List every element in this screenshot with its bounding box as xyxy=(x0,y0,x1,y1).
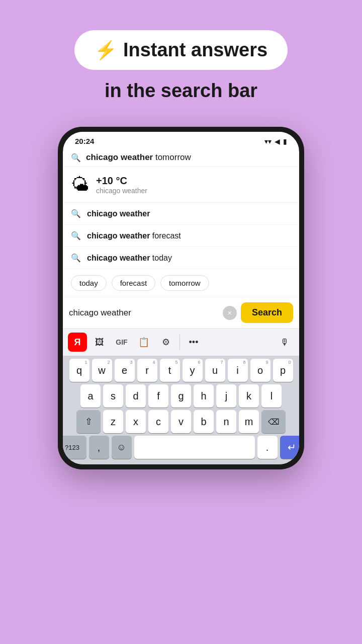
period-key[interactable]: . xyxy=(257,436,278,459)
key-d[interactable]: d xyxy=(126,384,146,408)
key-u[interactable]: 7u xyxy=(205,359,225,382)
key-q[interactable]: 1q xyxy=(69,359,89,382)
key-m[interactable]: m xyxy=(239,410,259,433)
search-input-row[interactable]: chicago weather × Search xyxy=(63,297,299,329)
numbers-switch-key[interactable]: ?123 xyxy=(63,436,86,459)
search-icon-s1: 🔍 xyxy=(71,209,81,218)
key-row-4: ?123 , ☺ . ↵ xyxy=(65,436,297,459)
key-h[interactable]: h xyxy=(194,384,214,408)
weather-result-card: 🌤 +10 °C chicago weather xyxy=(63,167,299,203)
search-icon-s2: 🔍 xyxy=(71,231,81,240)
shift-key[interactable]: ⇧ xyxy=(76,410,101,433)
wifi-icon: ▾▾ xyxy=(264,137,272,145)
chips-row: today forecast tomorrow xyxy=(63,269,299,297)
more-icon[interactable]: ••• xyxy=(184,333,203,352)
header-section: ⚡ Instant answers in the search bar xyxy=(74,0,288,102)
status-icons: ▾▾ ◀ ▮ xyxy=(264,137,287,145)
key-b[interactable]: b xyxy=(194,410,214,433)
key-f[interactable]: f xyxy=(148,384,168,408)
search-icon-s3: 🔍 xyxy=(71,253,81,263)
battery-icon: ▮ xyxy=(283,137,287,145)
key-v[interactable]: v xyxy=(171,410,191,433)
key-k[interactable]: k xyxy=(239,384,259,408)
search-bar-top[interactable]: 🔍 chicago weather tomorrow xyxy=(63,148,299,167)
status-time: 20:24 xyxy=(75,137,94,145)
status-bar: 20:24 ▾▾ ◀ ▮ xyxy=(63,132,299,148)
space-key[interactable] xyxy=(134,436,255,459)
emoji-key[interactable]: ☺ xyxy=(112,436,132,459)
key-z[interactable]: z xyxy=(103,410,123,433)
key-row-1: 1q 2w 3e 4r 5t 6y 7u 8i 9o 0p xyxy=(65,359,297,382)
instant-title: Instant answers xyxy=(123,39,267,61)
key-s[interactable]: s xyxy=(103,384,123,408)
suggestion-text-2: chicago weather forecast xyxy=(87,231,181,240)
keyboard-toolbar: Я 🖼 GIF 📋 ⚙ ••• 🎙 xyxy=(63,329,299,356)
signal-icon: ◀ xyxy=(275,137,280,145)
search-button[interactable]: Search xyxy=(241,302,293,323)
subtitle-text: in the search bar xyxy=(105,80,257,102)
yandex-icon[interactable]: Я xyxy=(68,333,87,352)
enter-key[interactable]: ↵ xyxy=(280,436,300,459)
settings-icon[interactable]: ⚙ xyxy=(156,333,175,352)
key-j[interactable]: j xyxy=(216,384,236,408)
keyboard: 1q 2w 3e 4r 5t 6y 7u 8i 9o 0p a s d f g … xyxy=(63,356,299,464)
phone-screen: 20:24 ▾▾ ◀ ▮ 🔍 chicago weather tomorrow … xyxy=(63,132,299,464)
weather-location: chicago weather xyxy=(96,187,147,195)
key-row-3: ⇧ z x c v b n m ⌫ xyxy=(65,410,297,433)
search-query: chicago weather tomorrow xyxy=(86,152,191,163)
mic-icon[interactable]: 🎙 xyxy=(275,333,294,352)
key-e[interactable]: 3e xyxy=(115,359,135,382)
key-i[interactable]: 8i xyxy=(228,359,248,382)
key-p[interactable]: 0p xyxy=(273,359,293,382)
sticker-icon[interactable]: 🖼 xyxy=(90,333,109,352)
chip-tomorrow[interactable]: tomorrow xyxy=(160,275,209,291)
key-n[interactable]: n xyxy=(216,410,236,433)
key-a[interactable]: a xyxy=(80,384,101,408)
suggestion-item-1[interactable]: 🔍 chicago weather xyxy=(63,203,299,225)
toolbar-divider xyxy=(179,335,180,350)
key-x[interactable]: x xyxy=(126,410,146,433)
key-r[interactable]: 4r xyxy=(137,359,157,382)
chip-forecast[interactable]: forecast xyxy=(112,275,155,291)
key-w[interactable]: 2w xyxy=(92,359,112,382)
instant-badge: ⚡ Instant answers xyxy=(74,30,288,70)
clipboard-icon[interactable]: 📋 xyxy=(134,333,153,352)
key-l[interactable]: l xyxy=(261,384,282,408)
suggestion-item-2[interactable]: 🔍 chicago weather forecast xyxy=(63,225,299,247)
key-c[interactable]: c xyxy=(148,410,168,433)
weather-temp: +10 °C xyxy=(96,175,147,187)
key-g[interactable]: g xyxy=(171,384,191,408)
query-bold: chicago weather xyxy=(86,152,153,162)
search-icon: 🔍 xyxy=(71,153,81,163)
key-y[interactable]: 6y xyxy=(183,359,203,382)
suggestion-item-3[interactable]: 🔍 chicago weather today xyxy=(63,247,299,269)
clear-button[interactable]: × xyxy=(223,306,237,320)
backspace-key[interactable]: ⌫ xyxy=(261,410,286,433)
key-o[interactable]: 9o xyxy=(250,359,270,382)
gif-button[interactable]: GIF xyxy=(112,333,131,352)
suggestion-text-1: chicago weather xyxy=(87,209,150,218)
phone-mockup: 20:24 ▾▾ ◀ ▮ 🔍 chicago weather tomorrow … xyxy=(58,127,304,469)
weather-emoji: 🌤 xyxy=(71,174,89,195)
comma-key[interactable]: , xyxy=(89,436,109,459)
key-row-2: a s d f g h j k l xyxy=(65,384,297,408)
bolt-icon: ⚡ xyxy=(95,40,117,61)
key-t[interactable]: 5t xyxy=(160,359,180,382)
query-light: tomorrow xyxy=(153,152,191,162)
search-input[interactable]: chicago weather xyxy=(69,308,219,318)
suggestion-text-3: chicago weather today xyxy=(87,254,172,263)
weather-info: +10 °C chicago weather xyxy=(96,175,147,195)
chip-today[interactable]: today xyxy=(71,275,107,291)
